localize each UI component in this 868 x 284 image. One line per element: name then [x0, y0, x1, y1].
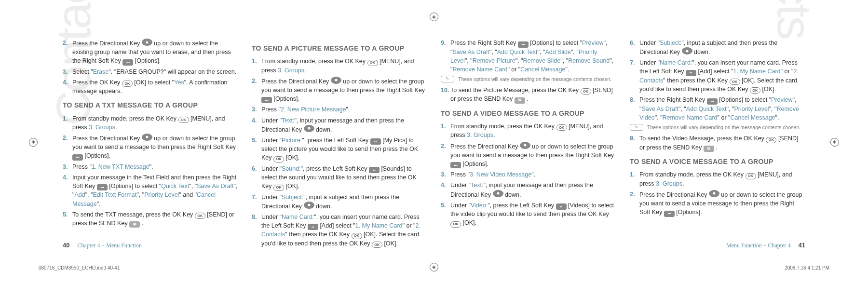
instruction-step: 3.Press "2. New Picture Message".: [252, 105, 427, 114]
accent-text: Remove Name Card: [663, 114, 718, 121]
accent-text: Save As Draft: [452, 49, 489, 55]
step-number: 2.: [252, 77, 261, 104]
step-body: To send the TXT message, press the OK Ke…: [72, 210, 238, 228]
slug-timestamp: 2008.7.16 4:1:21 PM: [785, 265, 829, 272]
left-soft-key-icon: [556, 203, 567, 210]
note-callout: ✎These options will vary depending on th…: [630, 124, 805, 131]
accent-text: Add: [74, 191, 85, 198]
step-body: Under "Video:", press the Left Soft Key …: [450, 201, 616, 228]
step-number: 6.: [252, 164, 261, 191]
ok-key-icon: [273, 156, 284, 162]
step-number: 1.: [630, 170, 639, 188]
text-column: 6.Under "Subject:", input a subject and …: [630, 39, 805, 250]
instruction-step: 2.Press the Directional Key up or down t…: [63, 134, 238, 161]
instruction-step: 4.Under "Text:", input your message and …: [441, 181, 616, 199]
instruction-step: 1.From standby mode, press the OK Key [M…: [252, 57, 427, 74]
step-body: Press the Directional Key up or down to …: [450, 142, 616, 169]
print-slug: 080716_CDM8950_ECHO.indd 40-41 2008.7.16…: [39, 265, 829, 272]
step-body: Under "Name Card:", you can insert your …: [639, 58, 805, 94]
section-heading: TO SEND A VIDEO MESSAGE TO A GROUP: [441, 108, 616, 118]
instruction-step: 8.Press the Right Soft Key [Options] to …: [630, 95, 805, 122]
step-number: 5.: [63, 210, 72, 228]
accent-text: 3. Groups: [467, 132, 493, 138]
step-body: Select "Erase". "ERASE GROUP?" will appe…: [72, 68, 238, 76]
step-number: 2.: [63, 39, 72, 66]
step-body: Under "Subject:", input a subject and th…: [639, 39, 805, 56]
directional-key-icon: [304, 202, 314, 209]
accent-text: Yes: [174, 79, 184, 86]
step-body: Press "1. New TXT Message".: [72, 162, 238, 171]
registration-mark-top: [430, 13, 438, 21]
instruction-list: 1.From standby mode, press the OK Key [M…: [252, 57, 427, 248]
step-body: Press the Directional Key up or down to …: [72, 39, 238, 66]
instruction-step: 4.Under "Text:", input your message and …: [252, 116, 427, 134]
instruction-step: 10.To send the Picture Message, press th…: [441, 86, 616, 104]
step-body: Press the Right Soft Key [Options] to se…: [450, 39, 616, 74]
step-number: 2.: [441, 142, 450, 169]
step-number: 2.: [630, 190, 639, 217]
accent-text: Save As Draft: [641, 106, 678, 112]
accent-text: Erase: [93, 68, 109, 75]
accent-text: 2. New Picture Message: [281, 106, 346, 113]
instruction-step: 5.Under "Picture:", press the Left Soft …: [252, 136, 427, 162]
ok-key-icon: [750, 87, 760, 94]
instruction-step: 1.From standby mode, press the OK Key [M…: [630, 170, 805, 188]
left-soft-key-icon: [686, 70, 696, 76]
note-text: These options will vary depending on the…: [458, 76, 611, 83]
right-soft-key-icon: [261, 97, 272, 103]
accent-text: Picture:: [282, 137, 302, 144]
step-number: 7.: [630, 58, 639, 94]
step-body: From standby mode, press the OK Key [MEN…: [261, 57, 427, 74]
step-body: Press the OK Key [OK] to select "Yes". A…: [72, 78, 238, 95]
ok-key-icon: [746, 173, 756, 179]
accent-text: 3. Groups: [89, 124, 115, 131]
step-number: 9.: [630, 134, 639, 152]
instruction-step: 6.Under "Subject:", input a subject and …: [630, 39, 805, 56]
accent-text: Priority Level: [734, 106, 769, 112]
send-key-icon: [515, 97, 525, 104]
right-soft-key-icon: [97, 184, 108, 190]
step-body: To send the Picture Message, press the O…: [450, 86, 616, 104]
instruction-step: 3.Press "3. New Video Message".: [441, 170, 616, 179]
instruction-step: 2.Press the Directional Key up or down t…: [630, 190, 805, 217]
directional-key-icon: [493, 190, 503, 197]
left-soft-key-icon: [308, 224, 318, 230]
step-body: Under "Sound:", press the Left Soft Key …: [261, 164, 427, 191]
instruction-step: 6.Under "Sound:", press the Left Soft Ke…: [252, 164, 427, 191]
accent-text: 1. My Name Card: [355, 222, 403, 229]
step-body: Input your message in the Text Field and…: [72, 173, 238, 208]
instruction-step: 4.Press the OK Key [OK] to select "Yes".…: [63, 78, 238, 95]
step-body: Under "Subject:", input a subject and th…: [261, 193, 427, 211]
page-footer: 40 Chapter 4 − Menu Function Menu Functi…: [63, 241, 805, 250]
page-number-left: 40: [63, 241, 69, 250]
step-number: 3.: [63, 162, 72, 171]
accent-text: Text:: [471, 182, 483, 189]
directional-key-icon: [142, 134, 152, 141]
directional-key-icon: [304, 125, 314, 132]
ok-key-icon: [450, 221, 461, 228]
accent-text: Edit Text Format: [93, 191, 137, 198]
accent-text: 3. New Video Message: [470, 171, 531, 178]
step-body: To send the Video Message, press the OK …: [639, 134, 805, 152]
instruction-step: 1.From standby mode, press the OK Key [M…: [63, 114, 238, 132]
registration-mark-right: [830, 138, 839, 147]
step-body: Under "Text:", input your message and th…: [450, 181, 616, 199]
instruction-step: 9.Press the Right Soft Key [Options] to …: [441, 39, 616, 74]
accent-text: Preview: [582, 40, 603, 46]
accent-text: Sound:: [282, 165, 301, 172]
text-column: 9.Press the Right Soft Key [Options] to …: [441, 39, 616, 250]
text-column: TO SEND A PICTURE MESSAGE TO A GROUP1.Fr…: [252, 39, 427, 250]
accent-text: Name Card:: [282, 214, 314, 220]
instruction-step: 2.Press the Directional Key up or down t…: [441, 142, 616, 169]
chapter-label-right: Menu Function − Chapter 4: [726, 242, 790, 250]
ok-key-icon: [730, 79, 740, 85]
note-icon: ✎: [441, 76, 454, 82]
right-soft-key-icon: [450, 162, 461, 168]
step-number: 9.: [441, 39, 450, 74]
instruction-step: 5.To send the TXT message, press the OK …: [63, 210, 238, 228]
accent-text: Add Quick Text: [686, 106, 727, 112]
step-number: 1.: [252, 57, 261, 74]
step-number: 3.: [252, 105, 261, 114]
right-soft-key-icon: [122, 59, 133, 66]
send-key-icon: [129, 221, 140, 228]
